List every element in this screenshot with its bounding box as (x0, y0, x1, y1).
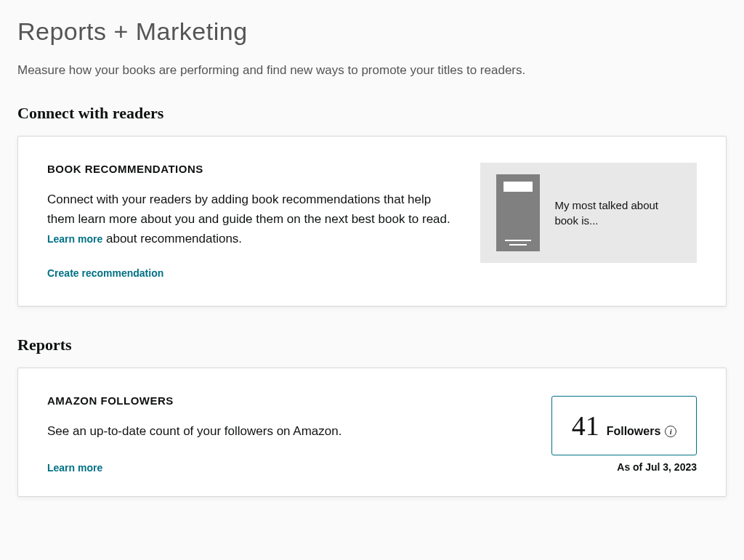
followers-count: 41 (572, 410, 599, 442)
info-icon[interactable] (665, 426, 676, 437)
amazon-followers-card: AMAZON FOLLOWERS See an up-to-date count… (17, 368, 727, 497)
followers-count-label: Followers (607, 425, 677, 438)
desc-text-2: about recommendations. (102, 232, 242, 245)
book-cover-icon (496, 174, 540, 251)
followers-description: See an up-to-date count of your follower… (47, 421, 469, 441)
section-heading-connect: Connect with readers (17, 104, 727, 123)
followers-as-of-date: As of Jul 3, 2023 (617, 461, 697, 473)
preview-text: My most talked about book is... (554, 198, 681, 228)
desc-text-1: Connect with your readers by adding book… (47, 192, 450, 226)
book-reco-label: BOOK RECOMMENDATIONS (47, 163, 458, 175)
book-reco-content: BOOK RECOMMENDATIONS Connect with your r… (47, 163, 458, 280)
book-recommendations-card: BOOK RECOMMENDATIONS Connect with your r… (17, 136, 727, 307)
page-title: Reports + Marketing (17, 17, 727, 46)
learn-more-link[interactable]: Learn more (47, 233, 102, 245)
followers-count-box: 41 Followers (551, 396, 697, 455)
recommendation-preview: My most talked about book is... (480, 163, 697, 263)
page-subtitle: Measure how your books are performing an… (17, 63, 727, 78)
section-heading-reports: Reports (17, 336, 727, 354)
followers-content: AMAZON FOLLOWERS See an up-to-date count… (47, 394, 469, 474)
followers-label: AMAZON FOLLOWERS (47, 394, 469, 407)
book-reco-description: Connect with your readers by adding book… (47, 190, 458, 249)
followers-text: Followers (607, 425, 661, 438)
followers-learn-more-link[interactable]: Learn more (47, 462, 102, 474)
create-recommendation-link[interactable]: Create recommendation (47, 267, 163, 279)
followers-stats: 41 Followers As of Jul 3, 2023 (551, 396, 697, 473)
